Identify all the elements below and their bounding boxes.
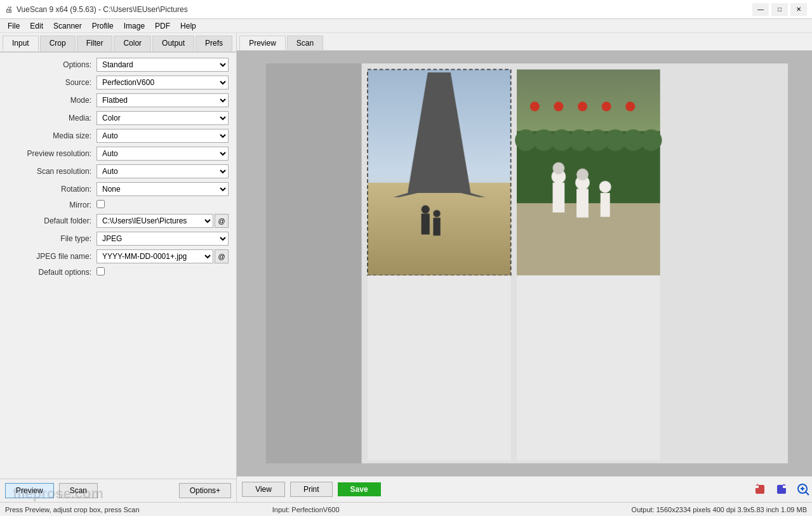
left-panel: Input Crop Filter Color Output Prefs Opt… bbox=[0, 33, 237, 502]
tab-prefs[interactable]: Prefs bbox=[196, 36, 232, 51]
media-size-label: Media size: bbox=[8, 131, 97, 140]
media-size-control: Auto Letter A4 bbox=[97, 129, 229, 143]
file-type-select[interactable]: JPEG TIFF PDF bbox=[97, 232, 229, 246]
options-plus-button[interactable]: Options+ bbox=[179, 483, 231, 498]
media-row: Media: Color B&W Slide Negative bbox=[8, 111, 229, 125]
menu-help[interactable]: Help bbox=[175, 20, 201, 32]
rotate-right-icon[interactable] bbox=[773, 480, 790, 498]
source-select[interactable]: PerfectionV600 bbox=[97, 76, 229, 89]
default-options-label: Default options: bbox=[8, 268, 97, 277]
scan-res-select[interactable]: Auto 100 200 300 400 600 bbox=[97, 164, 229, 178]
preview-tabs: Preview Scan bbox=[237, 33, 812, 51]
media-label: Media: bbox=[8, 114, 97, 122]
svg-rect-5 bbox=[783, 486, 787, 488]
preview-res-label: Preview resolution: bbox=[8, 149, 97, 158]
mirror-row: Mirror: bbox=[8, 200, 229, 210]
close-button[interactable]: ✕ bbox=[790, 3, 807, 16]
rotate-left-icon[interactable] bbox=[751, 480, 769, 498]
bottom-bar: Preview Scan fileprose.com Options+ bbox=[0, 479, 236, 502]
status-mid: Input: PerfectionV600 bbox=[206, 506, 406, 513]
media-size-row: Media size: Auto Letter A4 bbox=[8, 129, 229, 143]
default-options-checkbox[interactable] bbox=[97, 267, 105, 275]
rotation-select[interactable]: None 90 CW 90 CCW 180 bbox=[97, 182, 229, 196]
preview-res-select[interactable]: Auto 75 150 300 bbox=[97, 147, 229, 161]
preview-icons bbox=[751, 480, 812, 498]
scan-res-row: Scan resolution: Auto 100 200 300 400 60… bbox=[8, 164, 229, 178]
menu-scanner[interactable]: Scanner bbox=[48, 20, 87, 32]
media-select[interactable]: Color B&W Slide Negative bbox=[97, 111, 229, 125]
status-right: Output: 1560x2334 pixels 400 dpi 3.9x5.8… bbox=[406, 506, 808, 513]
default-folder-label: Default folder: bbox=[8, 216, 97, 225]
default-folder-at-button[interactable]: @ bbox=[215, 214, 229, 228]
tab-filter[interactable]: Filter bbox=[77, 36, 113, 51]
tab-input[interactable]: Input bbox=[3, 36, 39, 51]
options-row: Options: Standard Simple Advanced bbox=[8, 58, 229, 72]
media-size-select[interactable]: Auto Letter A4 bbox=[97, 129, 229, 143]
preview-area[interactable] bbox=[237, 51, 812, 476]
status-left: Press Preview, adjust crop box, press Sc… bbox=[5, 506, 206, 513]
menu-pdf[interactable]: PDF bbox=[150, 20, 175, 32]
left-tab-bar: Input Crop Filter Color Output Prefs bbox=[0, 33, 236, 53]
mode-select[interactable]: Flatbed Transparency bbox=[97, 93, 229, 107]
source-label: Source: bbox=[8, 78, 97, 87]
main-container: Input Crop Filter Color Output Prefs Opt… bbox=[0, 33, 812, 502]
preview-actions: View Print Save bbox=[237, 476, 812, 502]
zoom-in-icon[interactable] bbox=[794, 480, 812, 498]
menubar: File Edit Scanner Profile Image PDF Help bbox=[0, 19, 812, 33]
save-button[interactable]: Save bbox=[338, 482, 381, 496]
form-area: Options: Standard Simple Advanced Source… bbox=[0, 53, 236, 479]
svg-line-9 bbox=[806, 492, 809, 495]
preview-res-row: Preview resolution: Auto 75 150 300 bbox=[8, 147, 229, 161]
scan-res-control: Auto 100 200 300 400 600 bbox=[97, 164, 229, 178]
default-folder-control: C:\Users\IEUser\Pictures @ bbox=[97, 214, 229, 228]
rotation-control: None 90 CW 90 CCW 180 bbox=[97, 182, 229, 196]
mirror-control bbox=[97, 200, 229, 210]
menu-profile[interactable]: Profile bbox=[87, 20, 119, 32]
mirror-label: Mirror: bbox=[8, 201, 97, 209]
jpeg-name-label: JPEG file name: bbox=[8, 252, 97, 261]
tab-color[interactable]: Color bbox=[114, 36, 151, 51]
mode-label: Mode: bbox=[8, 96, 97, 105]
jpeg-name-select[interactable]: YYYY-MM-DD-0001+.jpg bbox=[97, 249, 213, 263]
preview-button[interactable]: Preview bbox=[5, 483, 54, 498]
options-control: Standard Simple Advanced bbox=[97, 58, 229, 72]
jpeg-name-control: YYYY-MM-DD-0001+.jpg @ bbox=[97, 249, 229, 263]
titlebar-controls: — □ ✕ bbox=[752, 3, 807, 16]
tab-output[interactable]: Output bbox=[152, 36, 194, 51]
rotation-row: Rotation: None 90 CW 90 CCW 180 bbox=[8, 182, 229, 196]
media-control: Color B&W Slide Negative bbox=[97, 111, 229, 125]
maximize-button[interactable]: □ bbox=[771, 3, 788, 16]
preview-canvas bbox=[266, 63, 788, 463]
source-control: PerfectionV600 bbox=[97, 76, 229, 89]
minimize-button[interactable]: — bbox=[752, 3, 769, 16]
jpeg-name-at-button[interactable]: @ bbox=[215, 249, 229, 263]
mode-row: Mode: Flatbed Transparency bbox=[8, 93, 229, 107]
mirror-checkbox[interactable] bbox=[97, 200, 105, 208]
file-type-label: File type: bbox=[8, 234, 97, 243]
preview-tab-scan[interactable]: Scan bbox=[287, 36, 323, 50]
status-bar: Press Preview, adjust crop box, press Sc… bbox=[0, 502, 812, 516]
tab-crop[interactable]: Crop bbox=[40, 36, 76, 51]
print-button[interactable]: Print bbox=[290, 482, 333, 497]
options-select[interactable]: Standard Simple Advanced bbox=[97, 58, 229, 72]
menu-edit[interactable]: Edit bbox=[25, 20, 48, 32]
default-options-control bbox=[97, 267, 229, 277]
rotation-label: Rotation: bbox=[8, 185, 97, 194]
scan-button[interactable]: Scan bbox=[59, 483, 98, 498]
source-row: Source: PerfectionV600 bbox=[8, 76, 229, 89]
right-panel: Preview Scan View Print Save bbox=[237, 33, 812, 502]
scan-res-label: Scan resolution: bbox=[8, 167, 97, 176]
file-type-row: File type: JPEG TIFF PDF bbox=[8, 232, 229, 246]
preview-tab-preview[interactable]: Preview bbox=[239, 36, 286, 50]
menu-image[interactable]: Image bbox=[119, 20, 150, 32]
file-type-control: JPEG TIFF PDF bbox=[97, 232, 229, 246]
titlebar-left: 🖨 VueScan 9 x64 (9.5.63) - C:\Users\IEUs… bbox=[5, 5, 188, 14]
mode-control: Flatbed Transparency bbox=[97, 93, 229, 107]
default-options-row: Default options: bbox=[8, 267, 229, 277]
default-folder-row: Default folder: C:\Users\IEUser\Pictures… bbox=[8, 214, 229, 228]
menu-file[interactable]: File bbox=[3, 20, 25, 32]
view-button[interactable]: View bbox=[242, 482, 285, 497]
options-label: Options: bbox=[8, 60, 97, 69]
svg-rect-2 bbox=[754, 486, 759, 488]
default-folder-select[interactable]: C:\Users\IEUser\Pictures bbox=[97, 214, 213, 228]
